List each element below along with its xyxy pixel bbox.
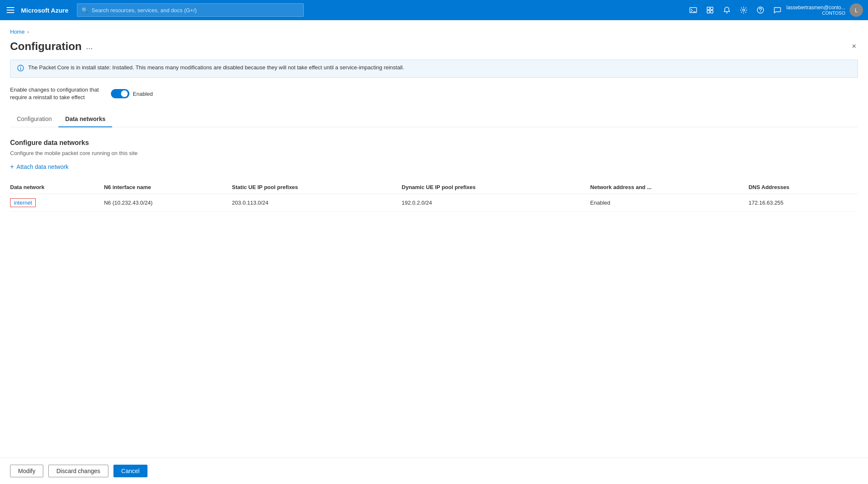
tabs: Configuration Data networks — [10, 111, 858, 127]
tab-data-networks[interactable]: Data networks — [58, 111, 112, 127]
cell-data-network: internet — [10, 194, 104, 212]
svg-point-9 — [20, 66, 21, 67]
cell-dns-addresses: 172.16.63.255 — [749, 194, 858, 212]
svg-rect-2 — [710, 7, 713, 10]
page-title-row: Configuration ... — [10, 40, 93, 53]
toggle-knob — [121, 90, 128, 97]
notifications-icon[interactable] — [719, 3, 734, 18]
page-header: Configuration ... × — [10, 40, 858, 53]
table-header-row: Data network N6 interface name Static UE… — [10, 181, 858, 194]
breadcrumb: Home › — [10, 29, 858, 35]
feedback-icon[interactable] — [770, 3, 785, 18]
col-n6-interface: N6 interface name — [104, 181, 232, 194]
top-navigation: Microsoft Azure 🔍 lassebertrasmen@conto.… — [0, 0, 868, 20]
breadcrumb-home[interactable]: Home — [10, 29, 25, 35]
toggle-container: Enabled — [111, 89, 153, 98]
svg-point-5 — [742, 9, 744, 11]
cloud-shell-icon[interactable] — [686, 3, 701, 18]
tab-configuration[interactable]: Configuration — [10, 111, 58, 127]
cell-n6-interface: N6 (10.232.43.0/24) — [104, 194, 232, 212]
info-icon — [17, 65, 24, 73]
svg-rect-3 — [707, 11, 710, 13]
section-title: Configure data networks — [10, 139, 858, 147]
cell-static-ue-ip: 203.0.113.0/24 — [232, 194, 402, 212]
toggle-state-label: Enabled — [133, 91, 153, 97]
col-dns-addresses: DNS Addresses — [749, 181, 858, 194]
svg-rect-4 — [710, 11, 713, 13]
configure-section: Configure data networks Configure the mo… — [10, 139, 858, 212]
section-desc: Configure the mobile packet core running… — [10, 150, 858, 156]
col-static-ue-ip: Static UE IP pool prefixes — [232, 181, 402, 194]
cell-network-address: Enabled — [590, 194, 749, 212]
svg-point-7 — [760, 11, 761, 12]
attach-label: Attach data network — [16, 163, 68, 170]
azure-logo: Microsoft Azure — [21, 7, 68, 14]
data-networks-table: Data network N6 interface name Static UE… — [10, 181, 858, 212]
internet-link[interactable]: internet — [10, 198, 36, 207]
col-data-network: Data network — [10, 181, 104, 194]
col-network-address: Network address and ... — [590, 181, 749, 194]
banner-text: The Packet Core is in install state: Ins… — [28, 64, 404, 71]
portal-menu-icon[interactable] — [702, 3, 718, 18]
main-content: Home › Configuration ... × The Packet Co… — [0, 20, 868, 220]
svg-rect-1 — [707, 7, 710, 10]
avatar[interactable]: L — [850, 3, 863, 17]
cell-dynamic-ue-ip: 192.0.2.0/24 — [402, 194, 590, 212]
user-info[interactable]: lassebertrasmen@conto... CONTOSO — [786, 5, 845, 16]
toggle-label: Enable changes to configuration that req… — [10, 86, 103, 101]
search-input[interactable] — [92, 7, 299, 13]
nav-icons: lassebertrasmen@conto... CONTOSO L — [686, 3, 863, 18]
enable-changes-toggle[interactable] — [111, 89, 129, 98]
help-icon[interactable] — [753, 3, 768, 18]
breadcrumb-separator: › — [27, 29, 29, 35]
info-banner: The Packet Core is in install state: Ins… — [10, 60, 858, 78]
attach-data-network-button[interactable]: + Attach data network — [10, 163, 68, 171]
plus-icon: + — [10, 163, 14, 171]
settings-icon[interactable] — [736, 3, 751, 18]
col-dynamic-ue-ip: Dynamic UE IP pool prefixes — [402, 181, 590, 194]
page-title: Configuration — [10, 40, 82, 53]
search-icon: 🔍 — [82, 7, 88, 13]
close-button[interactable]: × — [850, 40, 858, 53]
table-row: internet N6 (10.232.43.0/24) 203.0.113.0… — [10, 194, 858, 212]
more-options-icon[interactable]: ... — [86, 42, 93, 51]
toggle-row: Enable changes to configuration that req… — [10, 86, 858, 101]
hamburger-menu[interactable] — [5, 5, 16, 15]
search-bar[interactable]: 🔍 — [77, 3, 304, 17]
